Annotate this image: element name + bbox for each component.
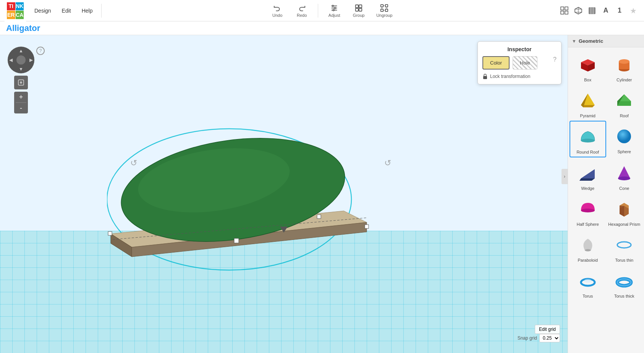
topbar: TI NK ER CA Design Edit Help Undo Redo bbox=[0, 0, 644, 21]
pyramid-visual bbox=[576, 89, 599, 112]
shape-hexagonal-prism[interactable]: Hexagonal Prism bbox=[606, 193, 643, 229]
shape-cylinder[interactable]: Cylinder bbox=[606, 49, 643, 85]
hole-button[interactable]: Hole bbox=[513, 56, 537, 70]
snap-grid-row: Snap grid 0.25 0.1 0.5 1.0 2.0 bbox=[518, 334, 560, 342]
zoom-out-button[interactable]: - bbox=[14, 103, 28, 113]
svg-rect-38 bbox=[317, 215, 321, 219]
inspector-buttons: Color Hole ? bbox=[482, 56, 557, 70]
logo-er: ER bbox=[7, 11, 15, 19]
svg-rect-18 bbox=[561, 7, 564, 10]
bottom-indicator bbox=[280, 227, 288, 233]
menu-help[interactable]: Help bbox=[76, 5, 98, 16]
menu-design[interactable]: Design bbox=[29, 5, 57, 16]
menu-bar: Design Edit Help bbox=[29, 5, 98, 16]
svg-point-69 bbox=[617, 242, 631, 248]
inspector-title: Inspector bbox=[482, 46, 557, 52]
undo-button[interactable]: Undo bbox=[266, 2, 289, 19]
zoom-in-button[interactable]: + bbox=[14, 92, 28, 102]
shape-torus-thick[interactable]: Torus thick bbox=[606, 265, 643, 301]
home-view-button[interactable] bbox=[14, 76, 28, 89]
shape-half-sphere[interactable]: Half Sphere bbox=[570, 193, 606, 229]
svg-point-56 bbox=[581, 139, 595, 142]
shape-paraboloid[interactable]: Paraboloid bbox=[570, 229, 606, 265]
box-visual bbox=[576, 53, 599, 76]
app-logo[interactable]: TI NK ER CA bbox=[5, 0, 26, 21]
snap-grid-label: Snap grid bbox=[518, 335, 537, 341]
group-button[interactable]: Group bbox=[347, 2, 370, 19]
shape-torus-thin[interactable]: Torus thin bbox=[606, 229, 643, 265]
svg-rect-10 bbox=[381, 4, 383, 6]
star-icon[interactable]: ★ bbox=[627, 5, 639, 17]
shaded-view-icon[interactable] bbox=[586, 5, 598, 17]
svg-rect-20 bbox=[561, 11, 564, 14]
svg-rect-8 bbox=[356, 8, 358, 11]
section-arrow-icon: ▼ bbox=[572, 39, 576, 44]
rotate-left-handle[interactable]: ↺ bbox=[128, 157, 139, 169]
cube-view-icon[interactable] bbox=[572, 5, 584, 17]
shape-torus[interactable]: Torus bbox=[570, 265, 606, 301]
wedge-visual bbox=[576, 162, 599, 185]
pan-down-icon: ▼ bbox=[19, 66, 23, 72]
cone-label: Cone bbox=[619, 186, 629, 191]
svg-rect-9 bbox=[359, 8, 362, 11]
logo-nk: NK bbox=[16, 2, 24, 11]
project-name[interactable]: Alligator bbox=[6, 23, 40, 33]
shape-sphere[interactable]: Sphere bbox=[606, 121, 643, 157]
panel-collapse-handle[interactable]: › bbox=[561, 169, 568, 184]
paraboloid-visual bbox=[576, 233, 599, 256]
torus-thick-label: Torus thick bbox=[614, 294, 634, 298]
round-roof-visual bbox=[576, 125, 599, 148]
edit-grid-button[interactable]: Edit grid bbox=[535, 325, 560, 334]
roof-visual bbox=[613, 89, 636, 112]
svg-point-67 bbox=[585, 249, 591, 251]
canvas-area[interactable]: ▲ ▼ ◀ ▶ + - ? ↺ ↺ bbox=[0, 35, 568, 353]
project-bar: Alligator bbox=[0, 21, 644, 35]
shape-wedge[interactable]: Wedge bbox=[570, 157, 606, 193]
help-button[interactable]: ? bbox=[36, 47, 45, 55]
number-icon[interactable]: 1 bbox=[613, 5, 626, 17]
zoom-control: + - bbox=[14, 92, 28, 113]
svg-marker-66 bbox=[620, 206, 624, 217]
svg-rect-28 bbox=[592, 7, 594, 14]
svg-rect-19 bbox=[565, 7, 568, 10]
redo-button[interactable]: Redo bbox=[290, 2, 313, 19]
ungroup-button[interactable]: Ungroup bbox=[372, 2, 397, 19]
torus-thin-label: Torus thin bbox=[615, 258, 633, 262]
nav-controls: ▲ ▼ ◀ ▶ + - bbox=[8, 47, 34, 113]
svg-point-63 bbox=[581, 209, 595, 212]
wedge-label: Wedge bbox=[581, 186, 594, 191]
menu-edit[interactable]: Edit bbox=[57, 5, 76, 16]
adjust-label: Adjust bbox=[328, 13, 340, 18]
pan-up-icon: ▲ bbox=[19, 48, 23, 53]
round-roof-label: Round Roof bbox=[576, 150, 599, 154]
snap-grid-select[interactable]: 0.25 0.1 0.5 1.0 2.0 bbox=[539, 334, 560, 342]
svg-point-49 bbox=[619, 59, 629, 64]
inspector-panel: Inspector Color Hole ? Lock transformati… bbox=[477, 41, 561, 84]
grid-floor bbox=[0, 231, 568, 353]
grid-view-icon[interactable] bbox=[558, 5, 571, 17]
svg-point-62 bbox=[618, 176, 630, 180]
color-button[interactable]: Color bbox=[482, 56, 510, 70]
shape-roof[interactable]: Roof bbox=[606, 85, 643, 121]
svg-marker-59 bbox=[581, 169, 595, 178]
adjust-button[interactable]: Adjust bbox=[323, 2, 346, 19]
lock-row: Lock transformation bbox=[482, 73, 557, 79]
shape-round-roof[interactable]: Round Roof bbox=[570, 121, 606, 157]
cylinder-label: Cylinder bbox=[616, 78, 632, 82]
inspector-help-icon[interactable]: ? bbox=[553, 56, 557, 70]
svg-marker-60 bbox=[579, 178, 595, 181]
pan-control[interactable]: ▲ ▼ ◀ ▶ bbox=[8, 47, 34, 73]
toolbar-separator-1 bbox=[101, 4, 102, 18]
rotate-right-handle[interactable]: ↺ bbox=[382, 157, 393, 169]
pan-center bbox=[16, 55, 26, 65]
cylinder-visual bbox=[613, 53, 636, 76]
shape-cone[interactable]: Cone bbox=[606, 157, 643, 193]
torus-label: Torus bbox=[583, 294, 593, 298]
font-size-icon[interactable]: A bbox=[600, 5, 612, 17]
torus-thin-visual bbox=[613, 233, 636, 256]
box-label: Box bbox=[584, 78, 591, 82]
shape-pyramid[interactable]: Pyramid bbox=[570, 85, 606, 121]
letter-a: A bbox=[604, 6, 608, 15]
svg-rect-27 bbox=[590, 7, 592, 14]
shape-box[interactable]: Box bbox=[570, 49, 606, 85]
